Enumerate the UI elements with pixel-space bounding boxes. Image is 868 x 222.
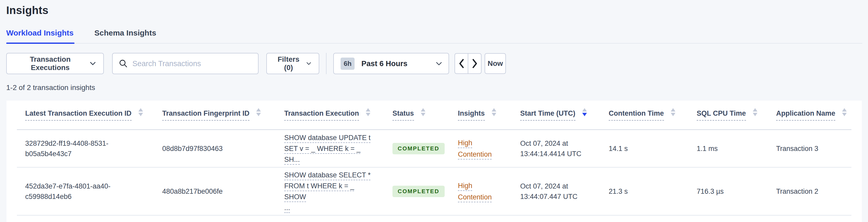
cell-execution-id: 452da3e7-e7fa-4801-aa40-c59988d14eb6 [17, 167, 154, 215]
cell-start-time: Oct 07, 2024 at 13:44:14.4414 UTC [512, 130, 600, 167]
insight-link[interactable]: High Contention [458, 139, 492, 158]
column-header-sql-cpu-time[interactable]: SQL CPU Time [688, 101, 768, 130]
status-badge: COMPLETED [393, 143, 445, 154]
cell-contention-time: 14.1 s [600, 130, 688, 167]
table-header-row: Latest Transaction Execution ID Transact… [17, 101, 851, 130]
time-range-arrows [455, 53, 482, 74]
sort-icon [582, 108, 587, 116]
filters-dropdown[interactable]: Filters (0) [266, 53, 319, 74]
time-range-label: Past 6 Hours [361, 59, 436, 68]
transaction-type-label: Transaction Executions [14, 55, 86, 72]
transaction-insights-table: Latest Transaction Execution ID Transact… [17, 101, 851, 216]
sort-icon [842, 108, 847, 116]
time-next-button[interactable] [468, 53, 482, 74]
page-title: Insights [0, 0, 868, 17]
cell-fingerprint-id: 480a8b217be006fe [154, 167, 276, 215]
sort-icon [256, 108, 261, 116]
tab-workload-insights[interactable]: Workload Insights [6, 29, 74, 43]
toolbar: Transaction Executions Filters (0) 6h Pa… [6, 53, 868, 74]
sort-icon [421, 108, 426, 116]
cell-application-name: Transaction 2 [768, 167, 851, 215]
chevron-down-icon [436, 62, 442, 65]
time-range-dropdown[interactable]: 6h Past 6 Hours [333, 53, 449, 74]
cell-contention-time: 21.3 s [600, 167, 688, 215]
transaction-type-dropdown[interactable]: Transaction Executions [6, 53, 104, 74]
cell-fingerprint-id: 08d8b7d97f830463 [154, 130, 276, 167]
column-header-latest-transaction-execution-id[interactable]: Latest Transaction Execution ID [17, 101, 154, 130]
cell-application-name: Transaction 3 [768, 130, 851, 167]
column-header-application-name[interactable]: Application Name [768, 101, 851, 130]
chevron-down-icon [90, 62, 95, 65]
transaction-execution-link[interactable]: SHOW database UPDATE t SET v = _ WHERE k… [284, 134, 371, 163]
sort-icon [138, 108, 143, 116]
column-header-transaction-execution[interactable]: Transaction Execution [276, 101, 384, 130]
cell-start-time: Oct 07, 2024 at 13:44:07.447 UTC [512, 167, 600, 215]
cell-execution-id: 328729d2-ff19-4408-8531-b05a5b4e43c7 [17, 130, 154, 167]
filters-label: Filters (0) [275, 55, 302, 72]
insights-table-card: Latest Transaction Execution ID Transact… [6, 101, 862, 222]
column-header-start-time[interactable]: Start Time (UTC) [512, 101, 600, 130]
search-box[interactable] [112, 53, 258, 74]
chevron-left-icon [459, 59, 464, 68]
time-range-badge: 6h [341, 58, 354, 70]
column-header-transaction-fingerprint-id[interactable]: Transaction Fingerprint ID [154, 101, 276, 130]
search-icon [119, 59, 128, 68]
column-header-contention-time[interactable]: Contention Time [600, 101, 688, 130]
results-summary: 1-2 of 2 transaction insights [6, 84, 868, 92]
time-prev-button[interactable] [455, 53, 468, 74]
transaction-execution-link[interactable]: SHOW database SELECT * FROM t WHERE k = … [284, 171, 371, 212]
search-input[interactable] [132, 59, 252, 68]
sort-icon [492, 108, 496, 116]
sort-icon [671, 108, 675, 116]
status-badge: COMPLETED [393, 186, 445, 197]
chevron-right-icon [472, 59, 477, 68]
table-row: 328729d2-ff19-4408-8531-b05a5b4e43c7 08d… [17, 130, 851, 167]
toolbar-divider [326, 53, 327, 74]
tab-bar: Workload Insights Schema Insights [6, 29, 862, 43]
chevron-down-icon [307, 62, 311, 65]
column-header-status[interactable]: Status [384, 101, 450, 130]
column-header-insights[interactable]: Insights [450, 101, 512, 130]
now-button[interactable]: Now [485, 53, 506, 74]
cell-sql-cpu-time: 716.3 µs [688, 167, 768, 215]
sort-icon [366, 108, 370, 116]
cell-sql-cpu-time: 1.1 ms [688, 130, 768, 167]
sort-icon [753, 108, 757, 116]
insight-link[interactable]: High Contention [458, 182, 492, 201]
insights-page: Insights Workload Insights Schema Insigh… [0, 0, 868, 222]
table-row: 452da3e7-e7fa-4801-aa40-c59988d14eb6 480… [17, 167, 851, 215]
tab-schema-insights[interactable]: Schema Insights [94, 29, 157, 43]
